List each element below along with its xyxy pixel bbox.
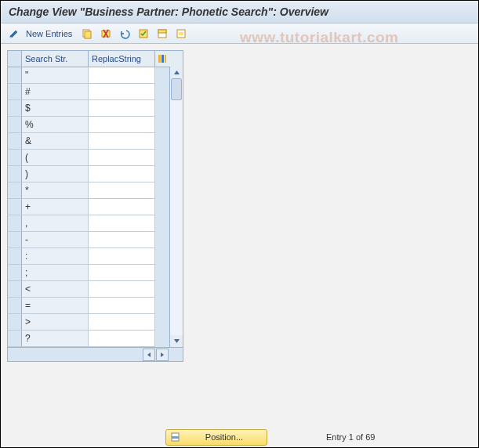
cell-replace[interactable]	[89, 298, 155, 314]
svg-rect-15	[172, 436, 179, 439]
row-selector[interactable]	[8, 84, 22, 100]
row-selector[interactable]	[8, 182, 22, 199]
scroll-down-icon[interactable]	[170, 335, 183, 347]
toggle-display-change-icon[interactable]	[5, 26, 23, 42]
cell-replace[interactable]	[89, 133, 155, 150]
cell-replace[interactable]	[89, 67, 155, 84]
cell-replace[interactable]	[89, 117, 155, 133]
undo-icon[interactable]	[116, 26, 133, 42]
table-row: %	[8, 117, 183, 133]
scroll-left-icon[interactable]	[143, 349, 155, 361]
row-selector[interactable]	[8, 314, 22, 331]
cell-replace[interactable]	[89, 84, 155, 100]
table-row: +	[8, 199, 183, 215]
cell-search[interactable]: :	[22, 248, 89, 265]
copy-as-icon[interactable]	[78, 26, 96, 42]
cell-search[interactable]: -	[22, 232, 89, 248]
scroll-right-icon[interactable]	[156, 349, 169, 361]
vertical-scrollbar[interactable]	[169, 67, 183, 347]
cell-replace[interactable]	[89, 265, 155, 281]
deselect-all-icon[interactable]	[172, 26, 190, 42]
table-row: :	[8, 248, 183, 265]
row-selector[interactable]	[8, 100, 22, 117]
row-selector[interactable]	[8, 199, 22, 215]
cell-replace[interactable]	[89, 314, 155, 331]
cell-replace[interactable]	[89, 248, 155, 265]
row-selector[interactable]	[8, 281, 22, 298]
cell-replace[interactable]	[89, 199, 155, 215]
table-row: &	[8, 133, 183, 150]
svg-rect-2	[85, 31, 91, 38]
select-all-icon[interactable]	[135, 26, 152, 42]
row-selector[interactable]	[8, 248, 22, 265]
svg-rect-10	[179, 32, 183, 35]
cell-search[interactable]: )	[22, 166, 89, 182]
table-row: =	[8, 298, 183, 314]
cell-search[interactable]: ,	[22, 215, 89, 232]
cell-search[interactable]: (	[22, 150, 89, 166]
row-selector[interactable]	[8, 215, 22, 232]
cell-replace[interactable]	[89, 182, 155, 199]
table-header: Search Str. ReplacString	[8, 51, 183, 67]
table-row: ;	[8, 265, 183, 281]
cell-replace[interactable]	[89, 150, 155, 166]
cell-search[interactable]: %	[22, 117, 89, 133]
position-button[interactable]: Position...	[165, 429, 267, 446]
table-row: ?	[8, 331, 183, 347]
cell-replace[interactable]	[89, 100, 155, 117]
cell-replace[interactable]	[89, 215, 155, 232]
table-row: <	[8, 281, 183, 298]
row-selector[interactable]	[8, 166, 22, 182]
scroll-thumb[interactable]	[171, 78, 182, 100]
position-icon	[169, 432, 182, 443]
table-row: >	[8, 314, 183, 331]
cell-search[interactable]: $	[22, 100, 89, 117]
table-row: #	[8, 84, 183, 100]
select-block-icon[interactable]	[154, 26, 171, 42]
row-selector[interactable]	[8, 67, 22, 84]
cell-search[interactable]: >	[22, 314, 89, 331]
svg-rect-8	[158, 30, 166, 33]
cell-replace[interactable]	[89, 232, 155, 248]
table-row: "	[8, 67, 183, 84]
table-row: )	[8, 166, 183, 182]
cell-search[interactable]: "	[22, 67, 89, 84]
svg-rect-13	[165, 55, 166, 63]
row-selector[interactable]	[8, 265, 22, 281]
table-configure-icon[interactable]	[155, 51, 169, 67]
header-selector[interactable]	[8, 51, 22, 67]
row-selector[interactable]	[8, 232, 22, 248]
cell-search[interactable]: +	[22, 199, 89, 215]
cell-search[interactable]: *	[22, 182, 89, 199]
cell-replace[interactable]	[89, 331, 155, 347]
cell-search[interactable]: <	[22, 281, 89, 298]
new-entries-button[interactable]: New Entries	[24, 29, 77, 38]
toolbar: New Entries	[1, 23, 478, 44]
delete-icon[interactable]	[97, 26, 114, 42]
table-row: $	[8, 100, 183, 117]
col-header-replace[interactable]: ReplacString	[89, 51, 155, 67]
col-header-search[interactable]: Search Str.	[22, 51, 89, 67]
row-selector[interactable]	[8, 150, 22, 166]
row-selector[interactable]	[8, 133, 22, 150]
scroll-track[interactable]	[170, 78, 183, 335]
svg-rect-11	[158, 55, 161, 63]
horizontal-scrollbar[interactable]	[8, 347, 183, 361]
cell-search[interactable]: =	[22, 298, 89, 314]
svg-rect-0	[9, 37, 12, 38]
cell-search[interactable]: #	[22, 84, 89, 100]
cell-replace[interactable]	[89, 281, 155, 298]
content-area: Search Str. ReplacString "#$%&()*+,-:;<=…	[1, 44, 478, 448]
position-label: Position...	[182, 432, 267, 442]
row-selector[interactable]	[8, 331, 22, 347]
table-row: ,	[8, 215, 183, 232]
row-selector[interactable]	[8, 117, 22, 133]
cell-search[interactable]: &	[22, 133, 89, 150]
scroll-up-icon[interactable]	[170, 67, 183, 78]
cell-search[interactable]: ?	[22, 331, 89, 347]
cell-search[interactable]: ;	[22, 265, 89, 281]
cell-replace[interactable]	[89, 166, 155, 182]
table-row: -	[8, 232, 183, 248]
page-title: Change View "Business Partner: Phonetic …	[1, 1, 478, 23]
row-selector[interactable]	[8, 298, 22, 314]
